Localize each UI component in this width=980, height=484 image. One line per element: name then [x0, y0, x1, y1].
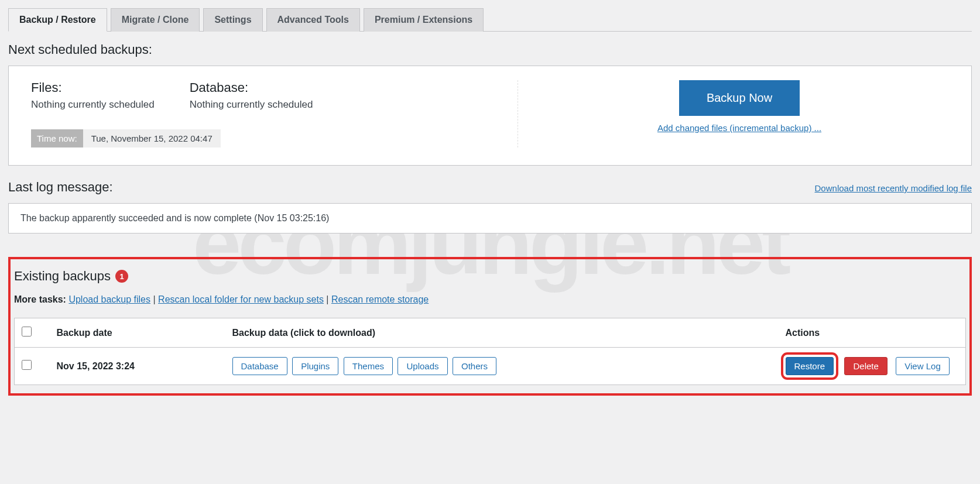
more-tasks-row: More tasks: Upload backup files | Rescan… — [14, 294, 966, 305]
files-block: Files: Nothing currently scheduled — [31, 80, 155, 111]
select-all-checkbox[interactable] — [22, 327, 32, 337]
tab-backup-restore[interactable]: Backup / Restore — [8, 8, 107, 32]
view-log-button[interactable]: View Log — [896, 357, 949, 375]
col-backup-date: Backup date — [50, 318, 225, 348]
incremental-backup-link[interactable]: Add changed files (incremental backup) .… — [657, 123, 821, 133]
backups-table: Backup date Backup data (click to downlo… — [14, 318, 966, 385]
last-log-message: The backup apparently succeeded and is n… — [20, 213, 329, 223]
backup-now-button[interactable]: Backup Now — [679, 80, 800, 116]
tab-premium-extensions[interactable]: Premium / Extensions — [364, 8, 484, 32]
download-plugins-button[interactable]: Plugins — [292, 357, 338, 375]
backup-count-badge: 1 — [115, 270, 128, 283]
existing-backups-heading: Existing backups — [14, 269, 111, 284]
restore-button[interactable]: Restore — [786, 357, 834, 375]
tab-advanced-tools[interactable]: Advanced Tools — [266, 8, 360, 32]
files-label: Files: — [31, 80, 155, 95]
nav-tabs: Backup / Restore Migrate / Clone Setting… — [8, 0, 972, 32]
upload-backup-link[interactable]: Upload backup files — [68, 294, 150, 304]
more-tasks-label: More tasks: — [14, 294, 66, 304]
delete-button[interactable]: Delete — [844, 357, 887, 375]
time-now-row: Time now: Tue, November 15, 2022 04:47 — [31, 129, 518, 147]
rescan-local-link[interactable]: Rescan local folder for new backup sets — [158, 294, 324, 304]
row-checkbox[interactable] — [22, 360, 32, 370]
time-now-label: Time now: — [31, 129, 83, 147]
next-scheduled-heading: Next scheduled backups: — [8, 42, 972, 57]
database-status: Nothing currently scheduled — [190, 99, 313, 111]
backup-date: Nov 15, 2022 3:24 — [57, 361, 135, 371]
scheduled-panel: Files: Nothing currently scheduled Datab… — [8, 66, 972, 166]
download-others-button[interactable]: Others — [453, 357, 496, 375]
last-log-heading: Last log message: — [8, 180, 113, 195]
existing-backups-highlight: Existing backups 1 More tasks: Upload ba… — [8, 257, 972, 396]
database-label: Database: — [190, 80, 313, 95]
table-row: Nov 15, 2022 3:24 Database Plugins Theme… — [15, 348, 966, 385]
last-log-panel: The backup apparently succeeded and is n… — [8, 203, 972, 234]
rescan-remote-link[interactable]: Rescan remote storage — [331, 294, 429, 304]
download-database-button[interactable]: Database — [232, 357, 287, 375]
tab-migrate-clone[interactable]: Migrate / Clone — [111, 8, 200, 32]
time-now-value: Tue, November 15, 2022 04:47 — [83, 129, 221, 147]
files-status: Nothing currently scheduled — [31, 99, 155, 111]
col-backup-data: Backup data (click to download) — [225, 318, 779, 348]
download-themes-button[interactable]: Themes — [344, 357, 393, 375]
download-uploads-button[interactable]: Uploads — [398, 357, 447, 375]
database-block: Database: Nothing currently scheduled — [190, 80, 313, 111]
download-log-link[interactable]: Download most recently modified log file — [815, 183, 972, 193]
tab-settings[interactable]: Settings — [203, 8, 262, 32]
col-actions: Actions — [779, 318, 966, 348]
backup-data-cell: Database Plugins Themes Uploads Others — [225, 348, 779, 385]
